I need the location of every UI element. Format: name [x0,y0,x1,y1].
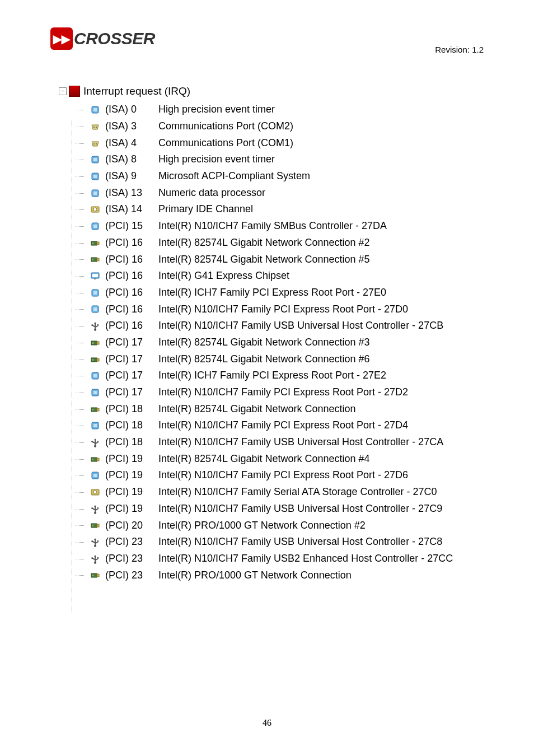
tree-item[interactable]: (PCI) 19Intel(R) 82574L Gigabit Network … [76,451,534,468]
usb-icon [90,553,101,564]
svg-rect-53 [92,525,93,526]
tree-item[interactable]: (PCI) 17Intel(R) 82574L Gigabit Network … [76,351,534,368]
irq-column: (PCI) 23 [105,567,158,584]
svg-rect-39 [91,408,97,412]
device-description: Intel(R) N10/ICH7 Family USB2 Enhanced H… [158,550,453,567]
tree-item[interactable]: (PCI) 23Intel(R) PRO/1000 GT Network Con… [76,567,534,584]
chip-icon [90,470,101,481]
svg-rect-30 [97,342,99,344]
device-description: Intel(R) 82574L Gigabit Network Connecti… [158,251,370,268]
port-icon [90,121,101,132]
device-description: Intel(R) 82574L Gigabit Network Connecti… [158,351,370,368]
chip-icon [90,221,101,232]
device-description: Intel(R) ICH7 Family PCI Express Root Po… [158,367,386,384]
tree-item[interactable]: (PCI) 16Intel(R) 82574L Gigabit Network … [76,235,534,251]
irq-column: (PCI) 16 [105,235,158,251]
irq-tree: − Interrupt request (IRQ) (ISA) 0High pr… [59,82,534,584]
tree-item[interactable]: (ISA) 0High precision event timer [76,101,534,118]
tree-item[interactable]: (PCI) 19Intel(R) N10/ICH7 Family Serial … [76,484,534,501]
irq-column: (PCI) 17 [105,334,158,351]
svg-point-2 [93,127,95,128]
tree-item[interactable]: (ISA) 3Communications Port (COM2) [76,118,534,135]
chip-icon [90,104,101,115]
device-description: Intel(R) N10/ICH7 Family SMBus Controlle… [158,218,387,235]
tree-item[interactable]: (PCI) 16Intel(R) G41 Express Chipset [76,268,534,284]
svg-rect-7 [93,158,97,161]
irq-column: (PCI) 17 [105,351,158,368]
display-icon [90,270,101,282]
device-description: Intel(R) N10/ICH7 Family Serial ATA Stor… [158,484,437,501]
svg-rect-48 [93,474,97,477]
tree-item[interactable]: (PCI) 18Intel(R) N10/ICH7 Family PCI Exp… [76,417,534,434]
irq-column: (PCI) 15 [105,218,158,235]
device-description: Intel(R) N10/ICH7 Family PCI Express Roo… [158,384,408,401]
tree-item[interactable]: (ISA) 8High precision event timer [76,151,534,168]
device-description: Numeric data processor [158,185,265,202]
page-number: 46 [0,718,534,728]
revision-text: Revision: 1.2 [435,45,484,54]
device-description: Intel(R) N10/ICH7 Family PCI Express Roo… [158,467,408,484]
svg-rect-40 [97,408,99,411]
irq-column: (PCI) 19 [105,484,158,501]
logo-arrows-icon: ▸▸ [53,30,70,47]
chip-icon [90,171,101,182]
chip-icon [90,420,101,431]
svg-rect-29 [91,341,97,345]
chip-icon [90,154,101,165]
svg-rect-51 [91,524,97,528]
root-label: Interrupt request (IRQ) [83,82,190,100]
nic-icon [90,404,101,415]
tree-item[interactable]: (PCI) 23Intel(R) N10/ICH7 Family USB2 En… [76,550,534,567]
irq-column: (PCI) 20 [105,517,158,534]
device-description: Communications Port (COM2) [158,118,293,135]
svg-rect-44 [91,458,97,461]
irq-column: (PCI) 17 [105,367,158,384]
device-description: High precision event timer [158,151,275,168]
ide-icon [90,487,101,498]
svg-rect-43 [93,424,97,427]
irq-column: (ISA) 0 [105,101,158,118]
tree-item[interactable]: (PCI) 18Intel(R) N10/ICH7 Family USB Uni… [76,434,534,451]
irq-column: (PCI) 17 [105,384,158,401]
svg-rect-36 [93,374,97,377]
tree-item[interactable]: (PCI) 19Intel(R) N10/ICH7 Family PCI Exp… [76,467,534,484]
irq-column: (PCI) 16 [105,268,158,284]
collapse-icon[interactable]: − [59,87,67,95]
irq-column: (PCI) 23 [105,550,158,567]
svg-rect-26 [93,291,97,295]
tree-item[interactable]: (ISA) 4Communications Port (COM1) [76,135,534,152]
irq-column: (ISA) 13 [105,185,158,202]
tree-item[interactable]: (PCI) 16Intel(R) N10/ICH7 Family PCI Exp… [76,301,534,318]
tree-item[interactable]: (PCI) 19Intel(R) N10/ICH7 Family USB Uni… [76,501,534,517]
chip-icon [90,387,101,398]
svg-rect-23 [92,274,98,277]
tree-item[interactable]: (PCI) 23Intel(R) N10/ICH7 Family USB Uni… [76,534,534,550]
tree-item[interactable]: (PCI) 15Intel(R) N10/ICH7 Family SMBus C… [76,218,534,235]
device-description: Intel(R) 82574L Gigabit Network Connecti… [158,401,356,418]
tree-item[interactable]: (ISA) 14Primary IDE Channel [76,201,534,218]
tree-item[interactable]: (PCI) 17Intel(R) 82574L Gigabit Network … [76,334,534,351]
irq-column: (PCI) 19 [105,501,158,517]
tree-item[interactable]: (PCI) 16Intel(R) N10/ICH7 Family USB Uni… [76,318,534,334]
tree-item[interactable]: (PCI) 17Intel(R) N10/ICH7 Family PCI Exp… [76,384,534,401]
svg-point-3 [96,127,97,128]
tree-item[interactable]: (PCI) 16Intel(R) 82574L Gigabit Network … [76,251,534,268]
svg-rect-24 [94,278,96,279]
tree-item[interactable]: (PCI) 20Intel(R) PRO/1000 GT Network Con… [76,517,534,534]
device-description: Intel(R) N10/ICH7 Family USB Universal H… [158,501,442,517]
usb-icon [90,503,101,515]
tree-item[interactable]: (ISA) 9Microsoft ACPI-Compliant System [76,168,534,185]
usb-icon [90,536,101,548]
irq-column: (PCI) 16 [105,301,158,318]
device-description: Intel(R) PRO/1000 GT Network Connection [158,567,352,584]
irq-column: (PCI) 18 [105,434,158,451]
device-description: Intel(R) ICH7 Family PCI Express Root Po… [158,284,386,301]
tree-item[interactable]: (PCI) 17Intel(R) ICH7 Family PCI Express… [76,367,534,384]
tree-item[interactable]: (PCI) 16Intel(R) ICH7 Family PCI Express… [76,284,534,301]
svg-rect-54 [91,573,97,577]
port-icon [90,138,101,149]
tree-root[interactable]: − Interrupt request (IRQ) [59,82,534,100]
svg-point-5 [96,143,97,144]
tree-item[interactable]: (ISA) 13Numeric data processor [76,185,534,202]
tree-item[interactable]: (PCI) 18Intel(R) 82574L Gigabit Network … [76,401,534,418]
